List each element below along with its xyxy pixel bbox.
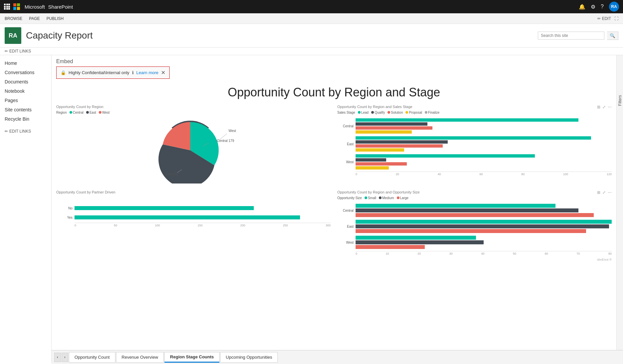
partner-axis: 0 50 100 150 200 250 300 xyxy=(75,223,331,227)
partner-chart-title: Opportunity Count by Partner Driven xyxy=(56,190,331,194)
expand-icon-size[interactable]: ⤢ xyxy=(602,190,606,195)
chart-credit: obvEnce ® xyxy=(337,258,612,261)
size-chart-visual: Central East xyxy=(337,202,612,257)
embed-label: Embed xyxy=(56,59,612,64)
charts-row-2: Opportunity Count by Partner Driven No Y… xyxy=(56,190,612,261)
nav-home[interactable]: Home xyxy=(0,59,51,68)
filter-icon-stage[interactable]: ⊞ xyxy=(597,105,600,109)
east-label: East xyxy=(337,142,356,146)
tab-region-stage-counts[interactable]: Region Stage Counts xyxy=(164,352,219,363)
microsoft-logo xyxy=(13,3,20,10)
fullscreen-icon[interactable]: ⛶ xyxy=(614,16,618,21)
left-nav: Home Conversations Documents Notebook Pa… xyxy=(0,55,52,363)
expand-icon-stage[interactable]: ⤢ xyxy=(602,105,606,109)
ms-title: Microsoft xyxy=(25,4,45,10)
nav-notebook[interactable]: Notebook xyxy=(0,86,51,96)
tab-upcoming-opportunities[interactable]: Upcoming Opportunities xyxy=(220,352,278,363)
confidential-text: Highly Confidential\Internal only xyxy=(69,70,129,75)
top-bar-actions: 🔔 ⚙ ? RA xyxy=(579,2,619,12)
close-confidential-button[interactable]: ✕ xyxy=(161,69,165,76)
notification-icon[interactable]: 🔔 xyxy=(579,4,585,10)
nav-pages[interactable]: Pages xyxy=(0,96,51,105)
search-button[interactable]: 🔍 xyxy=(607,32,618,40)
charts-row-1: Opportunity Count by Region Region Centr… xyxy=(56,105,612,183)
edit-button[interactable]: ✏ EDIT xyxy=(597,16,611,21)
dashboard-title: Opportunity Count by Region and Stage xyxy=(52,85,616,99)
edit-links-bar: ✏ EDIT LINKS xyxy=(0,48,623,55)
legend-central: Central xyxy=(70,111,83,114)
east-size-label: East xyxy=(337,225,356,228)
legend-region-label: Region xyxy=(56,111,67,114)
legend-qualify: Qualify xyxy=(371,111,385,114)
nav-recycle-bin[interactable]: Recycle Bin xyxy=(0,114,51,124)
site-logo: RA xyxy=(5,27,21,44)
bar-stage-chart-box: Opportunity Count by Region and Sales St… xyxy=(337,105,612,183)
central-size-label: Central xyxy=(337,209,356,212)
browse-tab[interactable]: BROWSE xyxy=(5,16,22,21)
legend-large: Large xyxy=(397,196,409,200)
legend-solution: Solution xyxy=(388,111,403,114)
partner-chart-box: Opportunity Count by Partner Driven No Y… xyxy=(56,190,331,261)
header-search: 🔍 xyxy=(538,32,618,40)
nav-site-contents[interactable]: Site contents xyxy=(0,105,51,114)
waffle-icon[interactable] xyxy=(4,4,10,10)
learn-more-link[interactable]: Learn more xyxy=(136,70,158,75)
embed-section: Embed 🔒 Highly Confidential\Internal onl… xyxy=(52,55,616,82)
central-label: Central xyxy=(337,124,356,128)
no-bar-container xyxy=(75,206,331,210)
nav-documents[interactable]: Documents xyxy=(0,77,51,86)
filter-icon-size[interactable]: ⊞ xyxy=(597,190,600,195)
bar-stage-visual: Central East xyxy=(337,117,612,177)
east-bars: East xyxy=(337,136,612,152)
central-label: Central 179 xyxy=(217,139,234,143)
size-chart-box: Opportunity Count by Region and Opportun… xyxy=(337,190,612,261)
size-chart-legend: Opportunity Size Small Medium Large xyxy=(337,196,612,200)
yes-bar-container xyxy=(75,215,331,219)
east-size-bars: East xyxy=(337,220,612,233)
bottom-tabs: ‹ › Opportunity Count Revenue Overview R… xyxy=(52,350,623,363)
no-bar-row: No xyxy=(56,206,331,210)
legend-small: Small xyxy=(365,196,376,200)
pie-chart-visual: Central 179 East 212 West 96 xyxy=(56,117,331,183)
west-size-label: West xyxy=(337,241,356,244)
filters-label: Filters xyxy=(618,95,622,106)
legend-lead: Lead xyxy=(358,111,369,114)
west-label: West 96 xyxy=(229,129,237,133)
partner-chart-visual: No Yes 0 50 xyxy=(56,196,331,228)
west-bars: West xyxy=(337,154,612,170)
central-size-bars: Central xyxy=(337,204,612,217)
search-input[interactable] xyxy=(538,32,604,40)
central-bars: Central xyxy=(337,118,612,134)
confidential-bar: 🔒 Highly Confidential\Internal only ℹ Le… xyxy=(56,66,170,79)
size-chart-toolbar: ⊞ ⤢ ⋯ xyxy=(597,190,612,195)
edit-links-button[interactable]: ✏ EDIT LINKS xyxy=(5,49,31,54)
page-tab[interactable]: PAGE xyxy=(29,16,40,21)
nav-edit-links[interactable]: ✏ EDIT LINKS xyxy=(0,127,51,136)
more-icon-stage[interactable]: ⋯ xyxy=(608,105,612,109)
west-label: West xyxy=(337,160,356,164)
settings-icon[interactable]: ⚙ xyxy=(591,4,595,10)
pie-chart-legend: Region Central East West xyxy=(56,111,331,114)
help-icon[interactable]: ? xyxy=(601,4,604,10)
west-size-bars: West xyxy=(337,236,612,249)
yes-bar xyxy=(75,215,300,219)
publish-tab[interactable]: PUBLISH xyxy=(47,16,64,21)
legend-medium: Medium xyxy=(379,196,394,200)
bar-stage-title: Opportunity Count by Region and Sales St… xyxy=(337,105,612,109)
lock-icon: 🔒 xyxy=(61,70,66,75)
legend-size-label: Opportunity Size xyxy=(337,196,362,200)
avatar[interactable]: RA xyxy=(609,2,619,12)
filters-panel[interactable]: Filters xyxy=(616,55,623,363)
more-icon-size[interactable]: ⋯ xyxy=(608,190,612,195)
size-chart-title: Opportunity Count by Region and Opportun… xyxy=(337,190,612,194)
main-layout: Home Conversations Documents Notebook Pa… xyxy=(0,55,623,363)
tab-prev-arrow[interactable]: ‹ xyxy=(54,353,61,362)
tab-revenue-overview[interactable]: Revenue Overview xyxy=(116,352,164,363)
pencil-icon: ✏ xyxy=(5,49,8,54)
tab-next-arrow[interactable]: › xyxy=(62,353,68,362)
pie-chart-title: Opportunity Count by Region xyxy=(56,105,331,109)
legend-finalize: Finalize xyxy=(425,111,439,114)
no-bar xyxy=(75,206,254,210)
nav-conversations[interactable]: Conversations xyxy=(0,68,51,77)
tab-opportunity-count[interactable]: Opportunity Count xyxy=(69,352,115,363)
